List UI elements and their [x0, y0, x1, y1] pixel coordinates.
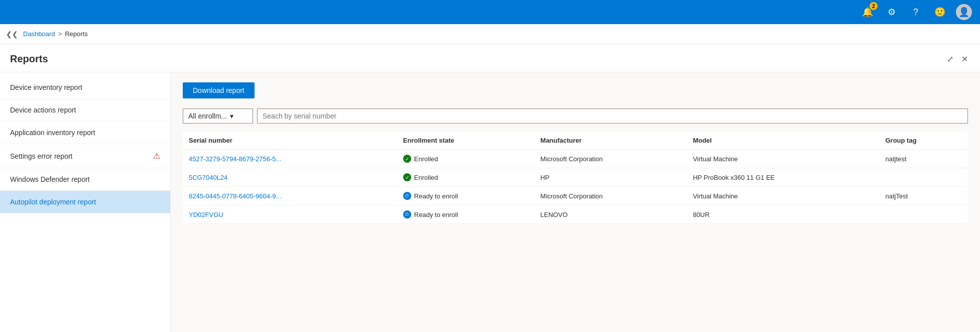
sidebar-item-label: Device inventory report [10, 83, 82, 91]
enrollment-label: Enrolled [414, 155, 438, 163]
enrollment-status: ⏱ Ready to enroll [403, 210, 528, 218]
panel-actions: ⤢ ✕ [945, 52, 970, 66]
chevron-down-icon: ▾ [230, 112, 233, 120]
cell-model: Virtual Machine [687, 150, 879, 168]
sidebar-item-windows-defender[interactable]: Windows Defender report [0, 168, 170, 191]
content-area: Device inventory report Device actions r… [0, 72, 980, 332]
col-enrollment-state: Enrollment state [397, 132, 534, 150]
enrollment-status: ✓ Enrolled [403, 173, 528, 181]
breadcrumb-back-button[interactable]: ❮❮ [6, 30, 18, 38]
cell-group-tag: natjTest [880, 187, 968, 205]
report-table: Serial number Enrollment state Manufactu… [183, 132, 968, 224]
breadcrumb-separator: > [58, 30, 62, 38]
breadcrumb-current: Reports [65, 30, 88, 38]
table-row: 8245-0445-0778-6405-9604-9... ⏱ Ready to… [183, 187, 968, 205]
sidebar: Device inventory report Device actions r… [0, 72, 171, 332]
serial-number-link[interactable]: YD02FVGU [189, 211, 223, 218]
cell-serial: 8245-0445-0778-6405-9604-9... [183, 187, 397, 205]
enrollment-label: Ready to enroll [414, 192, 458, 200]
enrollment-status: ⏱ Ready to enroll [403, 192, 528, 200]
cell-serial: 4527-3279-5794-8679-2756-5... [183, 150, 397, 168]
serial-number-link[interactable]: 5CG7040L24 [189, 174, 227, 181]
gear-icon: ⚙ [888, 7, 896, 18]
cell-manufacturer: LENOVO [534, 205, 687, 224]
panel-header: Reports ⤢ ✕ [0, 44, 980, 72]
ready-icon: ⏱ [403, 210, 411, 218]
col-serial-number: Serial number [183, 132, 397, 150]
avatar-icon: 👤 [958, 7, 969, 18]
enrollment-status: ✓ Enrolled [403, 155, 528, 163]
table-row: YD02FVGU ⏱ Ready to enroll LENOVO 80UR [183, 205, 968, 224]
report-content: Download report All enrollm... ▾ Serial … [171, 72, 980, 332]
sidebar-item-autopilot-deployment[interactable]: Autopilot deployment report [0, 191, 170, 213]
error-icon: ⚠ [153, 151, 160, 161]
sidebar-item-label: Autopilot deployment report [10, 198, 96, 206]
col-manufacturer: Manufacturer [534, 132, 687, 150]
cell-manufacturer: HP [534, 168, 687, 187]
sidebar-item-label: Application inventory report [10, 129, 95, 137]
close-button[interactable]: ✕ [959, 52, 970, 66]
sidebar-item-device-inventory[interactable]: Device inventory report [0, 76, 170, 99]
col-model: Model [687, 132, 879, 150]
cell-group-tag: natjtest [880, 150, 968, 168]
table-header-row: Serial number Enrollment state Manufactu… [183, 132, 968, 150]
dropdown-label: All enrollm... [188, 112, 227, 120]
feedback-button[interactable]: 🙂 [932, 4, 948, 20]
cell-manufacturer: Microsoft Corporation [534, 187, 687, 205]
serial-number-link[interactable]: 4527-3279-5794-8679-2756-5... [189, 155, 281, 163]
cell-enrollment: ✓ Enrolled [397, 168, 534, 187]
notification-badge: 2 [870, 2, 878, 10]
table-row: 5CG7040L24 ✓ Enrolled HP HP ProBook x360… [183, 168, 968, 187]
question-icon: ? [913, 7, 918, 18]
sidebar-item-device-actions[interactable]: Device actions report [0, 99, 170, 122]
serial-number-search-input[interactable] [257, 108, 968, 124]
cell-model: HP ProBook x360 11 G1 EE [687, 168, 879, 187]
help-button[interactable]: ? [908, 4, 924, 20]
enrolled-icon: ✓ [403, 155, 411, 163]
enrollment-label: Enrolled [414, 174, 438, 181]
cell-serial: 5CG7040L24 [183, 168, 397, 187]
sidebar-item-settings-error[interactable]: Settings error report ⚠ [0, 144, 170, 168]
cell-model: 80UR [687, 205, 879, 224]
enrolled-icon: ✓ [403, 173, 411, 181]
sidebar-item-label: Settings error report [10, 152, 73, 160]
cell-enrollment: ⏱ Ready to enroll [397, 205, 534, 224]
cell-group-tag [880, 168, 968, 187]
user-avatar[interactable]: 👤 [956, 4, 972, 20]
cell-enrollment: ✓ Enrolled [397, 150, 534, 168]
sidebar-item-label: Device actions report [10, 106, 76, 114]
smiley-icon: 🙂 [934, 7, 945, 18]
col-group-tag: Group tag [880, 132, 968, 150]
breadcrumb-bar: ❮❮ Dashboard > Reports [0, 24, 980, 44]
enrollment-filter-dropdown[interactable]: All enrollm... ▾ [183, 108, 253, 124]
cell-enrollment: ⏱ Ready to enroll [397, 187, 534, 205]
download-report-button[interactable]: Download report [183, 82, 255, 98]
enrollment-label: Ready to enroll [414, 211, 458, 218]
filter-row: All enrollm... ▾ [183, 108, 968, 124]
sidebar-item-application-inventory[interactable]: Application inventory report [0, 122, 170, 144]
top-bar: 🔔 2 ⚙ ? 🙂 👤 [0, 0, 980, 24]
settings-icon-btn[interactable]: ⚙ [884, 4, 900, 20]
breadcrumb-dashboard-link[interactable]: Dashboard [23, 30, 55, 38]
cell-model: Virtual Machine [687, 187, 879, 205]
ready-icon: ⏱ [403, 192, 411, 200]
main-container: Reports ⤢ ✕ Device inventory report Devi… [0, 44, 980, 332]
cell-manufacturer: Microsoft Corporation [534, 150, 687, 168]
cell-group-tag [880, 205, 968, 224]
sidebar-item-label: Windows Defender report [10, 175, 90, 183]
notification-bell[interactable]: 🔔 2 [860, 4, 876, 20]
serial-number-link[interactable]: 8245-0445-0778-6405-9604-9... [189, 192, 281, 200]
table-row: 4527-3279-5794-8679-2756-5... ✓ Enrolled… [183, 150, 968, 168]
panel-title: Reports [10, 53, 48, 65]
pin-button[interactable]: ⤢ [945, 52, 955, 66]
cell-serial: YD02FVGU [183, 205, 397, 224]
